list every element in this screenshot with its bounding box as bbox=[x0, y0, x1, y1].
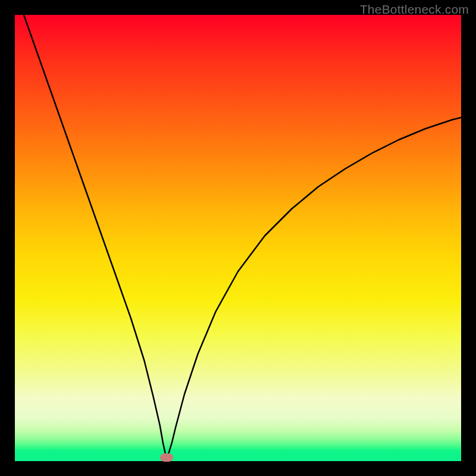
bottleneck-curve bbox=[15, 15, 461, 461]
chart-frame: TheBottleneck.com bbox=[0, 0, 476, 476]
plot-area bbox=[15, 15, 461, 461]
minimum-marker bbox=[160, 453, 173, 462]
watermark-text: TheBottleneck.com bbox=[360, 2, 469, 17]
